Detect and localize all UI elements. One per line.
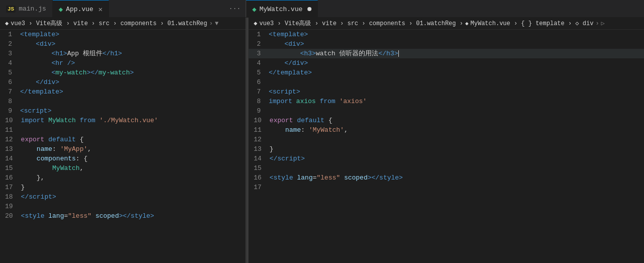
breadcrumb-left-icon-arr: ▼ [215, 20, 219, 27]
table-row: 6 [249, 77, 644, 87]
tab-modified-dot [307, 7, 311, 11]
vue-breadcrumb-icon-left: ◆ [5, 20, 9, 27]
table-row: 5 <my-watch></my-watch> [0, 68, 246, 77]
table-row: 7 <script> [249, 87, 644, 97]
table-row: 11 [0, 125, 246, 135]
table-row: 10 import MyWatch from './MyWatch.vue' [0, 116, 246, 125]
right-code-lines: 1 <template> 2 <div> 3 <h3>watch 侦听器的用法<… [249, 30, 644, 192]
table-row: 1 <template> [249, 30, 644, 39]
tab-bar-right: ◆ MyWatch.vue [246, 0, 644, 17]
left-pane: ◆ vue3 › Vite高级 › vite › src › component… [0, 18, 246, 263]
table-row: 5 </template> [249, 68, 644, 77]
breadcrumb-left-text: vue3 › Vite高级 › vite › src › components … [11, 19, 207, 28]
vue-icon-app: ◆ [59, 5, 63, 14]
table-row: 9 [249, 106, 644, 116]
table-row: 19 [0, 202, 246, 211]
table-row: 9 <script> [0, 106, 246, 116]
tab-bar-left: JS main.js ◆ App.vue ✕ ··· [0, 0, 246, 17]
vue-icon-mywatch: ◆ [252, 5, 256, 14]
table-row: 7 </template> [0, 87, 246, 97]
tabs-more-icon: ··· [229, 5, 241, 13]
breadcrumb-more-icon: ▷ [601, 20, 605, 27]
table-row: 3 <h1>App 根组件</h1> [0, 49, 246, 58]
right-code-area[interactable]: 1 <template> 2 <div> 3 <h3>watch 侦听器的用法<… [249, 30, 644, 263]
table-row: 12 export default { [0, 135, 246, 144]
editor-panes: ◆ vue3 › Vite高级 › vite › src › component… [0, 18, 644, 263]
table-row: 14 components: { [0, 154, 246, 163]
text-cursor [398, 50, 399, 57]
table-row: 4 <hr /> [0, 58, 246, 68]
table-row: 20 <style lang="less" scoped></style> [0, 211, 246, 221]
table-row: 2 <div> [0, 39, 246, 49]
table-row: 15 MyWatch, [0, 163, 246, 173]
breadcrumb-left-arrow: › [209, 20, 213, 27]
table-row: 1 <template> [0, 30, 246, 39]
table-row: 11 name: 'MyWatch', [249, 125, 644, 135]
tab-main-js[interactable]: JS main.js [0, 0, 53, 18]
table-row: 18 </script> [0, 192, 246, 202]
tab-mywatch-vue[interactable]: ◆ MyWatch.vue [246, 0, 318, 18]
table-row: 16 }, [0, 173, 246, 183]
breadcrumb-left: ◆ vue3 › Vite高级 › vite › src › component… [0, 18, 246, 30]
table-row: 2 <div> [249, 39, 644, 49]
tabs-more-button[interactable]: ··· [224, 0, 246, 17]
table-row: 14 </script> [249, 154, 644, 163]
tab-bar: JS main.js ◆ App.vue ✕ ··· ◆ MyWatch.vue [0, 0, 644, 18]
table-row: 12 [249, 135, 644, 144]
editor-container: JS main.js ◆ App.vue ✕ ··· ◆ MyWatch.vue [0, 0, 644, 263]
table-row: 13 } [249, 144, 644, 154]
breadcrumb-file: MyWatch.vue › { } template › ◇ div [471, 20, 594, 27]
table-row: 8 import axios from 'axios' [249, 97, 644, 106]
tab-close-app-vue[interactable]: ✕ [98, 5, 102, 14]
vue-breadcrumb-icon-right: ◆ [254, 20, 257, 27]
vue-icon-breadcrumb: ◆ [465, 20, 469, 27]
breadcrumb-right: ◆ vue3 › Vite高级 › vite › src › component… [249, 18, 644, 30]
table-row: 10 export default { [249, 116, 644, 125]
table-row: 16 <style lang="less" scoped></style> [249, 173, 644, 183]
tab-label-main-js: main.js [19, 5, 46, 13]
tab-label-app-vue: App.vue [66, 6, 93, 13]
table-row: 13 name: 'MyApp', [0, 144, 246, 154]
breadcrumb-right-arrow: › [595, 20, 599, 27]
tab-label-mywatch-vue: MyWatch.vue [259, 6, 302, 13]
js-icon: JS [6, 6, 16, 13]
table-row: 4 </div> [249, 58, 644, 68]
right-pane: ◆ vue3 › Vite高级 › vite › src › component… [249, 18, 644, 263]
left-code-area[interactable]: 1 <template> 2 <div> 3 <h1>App 根组件</h1> … [0, 30, 246, 263]
table-row: 3 <h3>watch 侦听器的用法</h3> [249, 49, 644, 58]
left-code-lines: 1 <template> 2 <div> 3 <h1>App 根组件</h1> … [0, 30, 246, 221]
tab-app-vue[interactable]: ◆ App.vue ✕ [53, 0, 109, 18]
table-row: 17 [249, 183, 644, 192]
table-row: 15 [249, 163, 644, 173]
table-row: 8 [0, 97, 246, 106]
breadcrumb-right-text: vue3 › Vite高级 › vite › src › components … [259, 19, 463, 28]
table-row: 17 } [0, 183, 246, 192]
table-row: 6 </div> [0, 77, 246, 87]
